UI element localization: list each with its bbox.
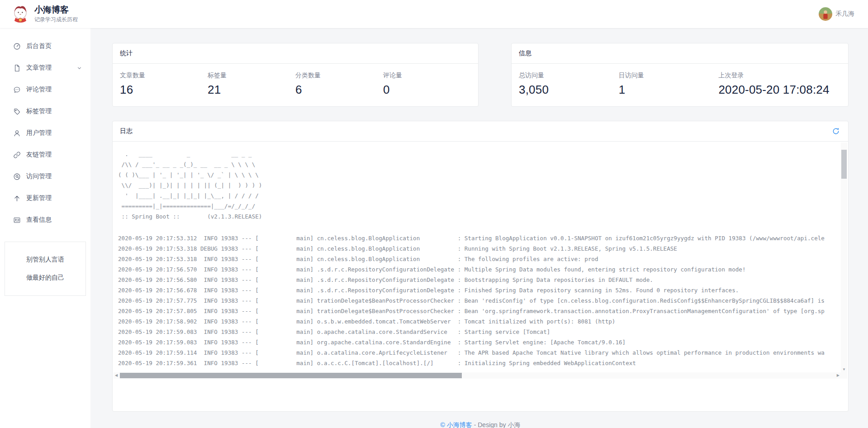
sidebar-motto: 别管别人言语 做最好的自己: [5, 242, 86, 296]
document-icon: [13, 64, 21, 72]
chevron-down-icon: [76, 65, 82, 71]
stats-card: 统计 文章数量 16 标签量 21 分类数量 6: [112, 43, 479, 107]
user-avatar: [819, 7, 832, 21]
log-card: 日志 . ____ _ __ _ _ /\\ / ___'_ __ _ _(_)…: [112, 121, 849, 412]
refresh-icon: [832, 130, 840, 137]
link-icon: [13, 151, 21, 159]
site-subtitle: 记录学习成长历程: [34, 16, 78, 24]
sidebar-item-label: 文章管理: [26, 64, 52, 72]
sidebar: 后台首页 文章管理: [0, 28, 90, 428]
scrollbar-corner: [841, 372, 847, 379]
stat-value: 6: [295, 83, 383, 97]
stat-value: 16: [120, 83, 208, 97]
scroll-right-arrow-icon[interactable]: ▶: [837, 373, 840, 377]
sidebar-item-articles[interactable]: 文章管理: [0, 57, 90, 79]
sidebar-item-updates[interactable]: 更新管理: [0, 187, 90, 209]
stat-label: 标签量: [208, 71, 295, 80]
log-vertical-scrollbar[interactable]: ▼: [841, 143, 847, 372]
id-card-icon: [13, 216, 21, 224]
tag-icon: [13, 108, 21, 115]
site-logo-icon: [11, 5, 30, 24]
motto-line-1: 别管别人言语: [8, 256, 83, 264]
info-card-title: 信息: [519, 49, 531, 57]
log-output: 2020-05-19 20:17:53.312 INFO 19383 --- […: [114, 222, 847, 368]
sidebar-item-label: 友链管理: [26, 151, 52, 159]
arrow-up-icon: [13, 195, 21, 202]
log-card-title: 日志: [120, 127, 133, 135]
username-label: 禾几海: [835, 10, 854, 18]
dashboard-icon: [13, 43, 21, 50]
stat-label: 日访问量: [619, 71, 719, 80]
site-logo-home[interactable]: 小海博客 记录学习成长历程: [11, 5, 78, 24]
stat-comments: 评论量 0: [383, 71, 471, 97]
stat-label: 评论量: [383, 71, 471, 80]
log-horizontal-scrollbar[interactable]: ◀ ▶: [114, 372, 841, 379]
sidebar-item-users[interactable]: 用户管理: [0, 122, 90, 144]
sidebar-item-label: 评论管理: [26, 86, 52, 94]
log-console[interactable]: . ____ _ __ _ _ /\\ / ___'_ __ _ _(_)_ _…: [114, 143, 847, 379]
sidebar-item-label: 标签管理: [26, 107, 52, 115]
footer-site-link[interactable]: © 小海博客: [441, 421, 472, 428]
sidebar-item-visits[interactable]: 访问管理: [0, 166, 90, 187]
stat-tags: 标签量 21: [208, 71, 295, 97]
footer-text: - Design by 小海: [472, 421, 521, 428]
user-icon: [13, 129, 21, 137]
refresh-button[interactable]: [831, 126, 841, 136]
sidebar-item-label: 更新管理: [26, 194, 52, 202]
sidebar-item-comments[interactable]: 评论管理: [0, 79, 90, 100]
main-content: 统计 文章数量 16 标签量 21 分类数量 6: [90, 28, 868, 428]
sidebar-item-label: 后台首页: [26, 42, 52, 50]
comment-icon: [13, 86, 21, 94]
stat-total-visits: 总访问量 3,050: [519, 71, 619, 97]
motto-line-2: 做最好的自己: [8, 274, 83, 282]
stat-label: 总访问量: [519, 71, 619, 80]
stats-card-title: 统计: [120, 49, 133, 57]
site-title: 小海博客: [34, 5, 78, 15]
stat-value: 21: [208, 83, 295, 97]
top-bar: 小海博客 记录学习成长历程 禾几海: [0, 0, 868, 28]
stat-value: 2020-05-20 17:08:24: [718, 83, 841, 97]
stat-articles: 文章数量 16: [120, 71, 208, 97]
user-menu[interactable]: 禾几海: [819, 7, 854, 21]
sidebar-item-label: 查看信息: [26, 216, 52, 224]
footer: © 小海博客 - Design by 小海: [112, 421, 849, 428]
stat-label: 分类数量: [295, 71, 383, 80]
stat-label: 上次登录: [718, 71, 841, 80]
sidebar-item-tags[interactable]: 标签管理: [0, 100, 90, 122]
stat-last-login: 上次登录 2020-05-20 17:08:24: [718, 71, 841, 97]
stat-label: 文章数量: [120, 71, 208, 80]
horizontal-scrollbar-thumb[interactable]: [120, 373, 462, 378]
compass-icon: [13, 173, 21, 181]
stat-daily-visits: 日访问量 1: [619, 71, 719, 97]
scroll-down-arrow-icon[interactable]: ▼: [841, 367, 847, 371]
spring-boot-banner: . ____ _ __ _ _ /\\ / ___'_ __ _ _(_)_ _…: [114, 143, 847, 222]
stat-value: 3,050: [519, 83, 619, 97]
stat-value: 0: [383, 83, 471, 97]
stat-categories: 分类数量 6: [295, 71, 383, 97]
vertical-scrollbar-thumb[interactable]: [841, 150, 847, 179]
sidebar-item-label: 用户管理: [26, 129, 52, 137]
sidebar-item-links[interactable]: 友链管理: [0, 144, 90, 166]
sidebar-item-dashboard[interactable]: 后台首页: [0, 35, 90, 57]
sidebar-item-view-info[interactable]: 查看信息: [0, 209, 90, 231]
stat-value: 1: [619, 83, 719, 97]
sidebar-item-label: 访问管理: [26, 172, 52, 181]
info-card: 信息 总访问量 3,050 日访问量 1 上次登录 2020-05-20 17:…: [511, 43, 849, 107]
scroll-left-arrow-icon[interactable]: ◀: [115, 373, 118, 377]
